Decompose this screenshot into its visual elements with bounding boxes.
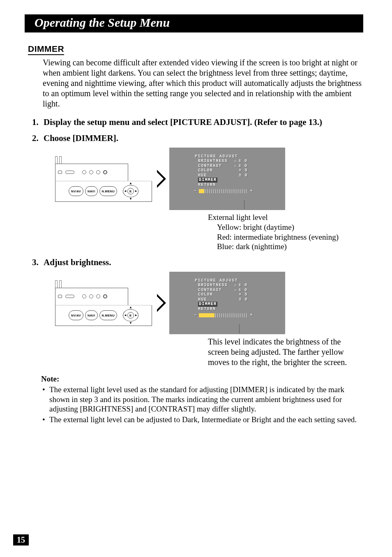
step-3: Adjust brightness. NV/AV NAVI (32, 257, 363, 367)
arrow-right-icon (157, 170, 166, 188)
step-3-text: Adjust brightness. (44, 257, 111, 267)
pointer-line (239, 324, 240, 333)
step-1-text: Display the setup menu and select [PICTU… (44, 117, 322, 127)
osd-scale (199, 313, 248, 317)
e-joystick: ▴ ▾ ◂ E ▸ (123, 185, 138, 197)
figure-step3: NV/AV NAVI N.MENU ▴ ▾ ◂ E ▸ PICTURE ADJU… (48, 272, 363, 334)
page-number: 15 (13, 534, 29, 545)
nmenu-button: N.MENU (99, 310, 117, 320)
step-1: Display the setup menu and select [PICTU… (32, 117, 363, 127)
osd-dimmer-selected: DIMMER (198, 178, 217, 183)
step-2-text: Choose [DIMMER]. (44, 133, 118, 143)
note-item: The external light level used as the sta… (41, 385, 361, 414)
pointer-line (244, 200, 244, 209)
navi-button: NAVI (85, 186, 98, 196)
note-heading: Note: (41, 374, 361, 384)
note-item: The external light level can be adjusted… (41, 415, 361, 425)
nv-av-button: NV/AV (69, 186, 83, 196)
title-bar: Operating the Setup Menu (25, 14, 363, 32)
navi-button: NAVI (85, 310, 98, 320)
osd-screen-step3: PICTURE ADJUST BRIGHTNESS± 0 CONTRAST± 0… (169, 272, 285, 334)
osd-screen-step2: PICTURE ADJUST BRIGHTNESS± 0 CONTRAST± 0… (169, 148, 285, 210)
arrow-right-icon (157, 294, 166, 312)
caption-adjust: This level indicates the brightness of t… (208, 337, 363, 367)
nmenu-button: N.MENU (99, 186, 117, 196)
note-block: Note: The external light level used as t… (41, 374, 361, 425)
device-panel: NV/AV NAVI N.MENU ▴ ▾ ◂ E ▸ (48, 156, 154, 202)
figure-step2: NV/AV NAVI N.MENU ▴ ▾ ◂ E ▸ PICTURE ADJU (48, 148, 363, 210)
section-heading-dimmer: DIMMER (28, 44, 64, 55)
device-panel: NV/AV NAVI N.MENU ▴ ▾ ◂ E ▸ (48, 280, 154, 326)
step-2: Choose [DIMMER]. NV/AV NAVI (32, 133, 363, 252)
nv-av-button: NV/AV (69, 310, 83, 320)
osd-title: PICTURE ADJUST (195, 154, 285, 159)
intro-paragraph: Viewing can become difficult after exten… (43, 58, 363, 109)
osd-scale (199, 189, 248, 193)
e-joystick: ▴ ▾ ◂ E ▸ (123, 309, 138, 321)
caption-light-level: External light level Yellow: bright (day… (208, 213, 363, 252)
